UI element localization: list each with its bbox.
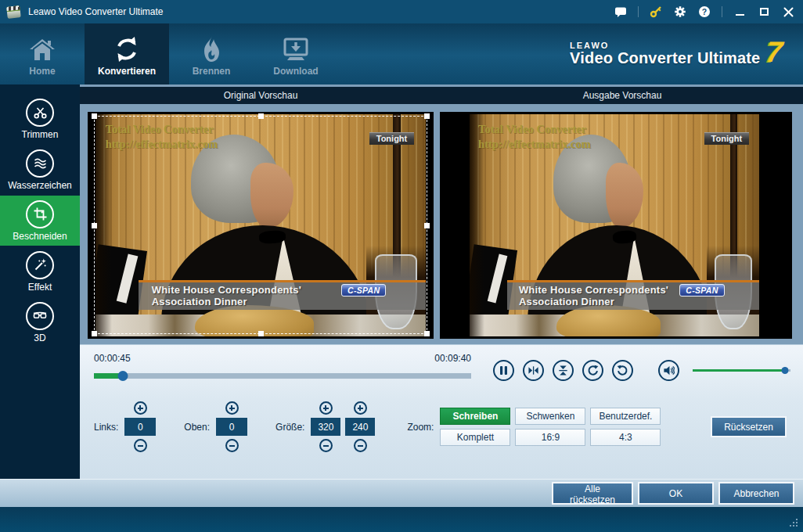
flip-vertical-icon [557, 365, 569, 376]
height-increase-button[interactable] [354, 401, 367, 415]
register-key-icon[interactable] [649, 5, 663, 19]
nav-tab-label: Home [29, 66, 55, 77]
top-decrease-button[interactable] [225, 439, 239, 452]
ok-button[interactable]: OK [638, 482, 714, 505]
volume-thumb[interactable] [781, 367, 788, 374]
version-number: 7 [765, 36, 784, 69]
progress-thumb[interactable] [118, 371, 128, 381]
preview-area: White House Correspondents' Association … [80, 104, 803, 344]
zoom-benutzerdef-button[interactable]: Benutzerdef. [590, 408, 661, 425]
brand-logo: LEAWO Video Converter Ultimate 7 [570, 23, 803, 84]
crop-handle[interactable] [424, 113, 430, 119]
crop-selection[interactable] [94, 116, 427, 334]
left-label: Links: [94, 422, 118, 433]
sidebar-item-3d[interactable]: 3D [0, 297, 80, 347]
rotate-counterclockwise-button[interactable] [612, 360, 633, 381]
zoom-16-9-button[interactable]: 16:9 [515, 429, 585, 446]
nav-tab-label: Brennen [193, 66, 231, 77]
video-scene [606, 163, 643, 227]
crop-left-group: Links: 0 [94, 401, 156, 452]
nav-tab-konvertieren[interactable]: Konvertieren [85, 23, 169, 84]
waves-icon [26, 149, 54, 178]
crop-icon [26, 200, 54, 228]
nav-tab-label: Download [273, 66, 318, 77]
cancel-button[interactable]: Abbrechen [718, 482, 794, 505]
rotate-counterclockwise-icon [617, 365, 628, 376]
crop-handle[interactable] [92, 223, 97, 228]
3d-glasses-icon [26, 302, 54, 330]
sidebar-item-label: Beschneiden [13, 231, 67, 242]
sidebar-item-beschneiden[interactable]: Beschneiden [0, 196, 80, 246]
volume-icon [663, 365, 675, 376]
reset-button[interactable]: Rücksetzen [711, 416, 787, 437]
width-value-field[interactable]: 320 [311, 418, 340, 436]
crop-handle[interactable] [258, 113, 264, 119]
crop-handle[interactable] [424, 331, 430, 336]
volume-slider[interactable] [693, 367, 790, 374]
crop-top-group: Oben: 0 [184, 401, 247, 452]
titlebar-separator [722, 6, 722, 17]
status-bar [0, 507, 803, 532]
top-value-field[interactable]: 0 [216, 418, 247, 436]
left-value-field[interactable]: 0 [124, 418, 156, 436]
original-video-panel[interactable]: White House Correspondents' Association … [88, 112, 434, 339]
crop-handle[interactable] [424, 223, 430, 228]
tonight-badge: Tonight [704, 132, 750, 145]
nav-tab-download[interactable]: Download [254, 23, 338, 84]
zoom-label: Zoom: [407, 422, 434, 433]
nav-tab-label: Konvertieren [98, 66, 156, 77]
size-label: Größe: [275, 422, 304, 433]
volume-button[interactable] [658, 360, 679, 381]
crop-handle[interactable] [92, 331, 97, 336]
pause-button[interactable] [493, 360, 514, 381]
sidebar-item-trimmen[interactable]: Trimmen [0, 94, 80, 144]
nav-tab-brennen[interactable]: Brennen [169, 23, 254, 84]
output-preview-title: Ausgabe Vorschau [441, 87, 803, 104]
flip-horizontal-button[interactable] [523, 360, 544, 381]
zoom-komplett-button[interactable]: Komplett [440, 429, 510, 446]
top-label: Oben: [184, 422, 210, 433]
pause-icon [499, 365, 509, 376]
app-window: Leawo Video Converter Ultimate ? [0, 0, 803, 532]
flame-icon [200, 32, 223, 63]
crop-handle[interactable] [258, 331, 264, 336]
maximize-icon[interactable] [757, 5, 771, 19]
rotate-clockwise-button[interactable] [582, 360, 603, 381]
settings-gear-icon[interactable] [673, 5, 687, 19]
flip-vertical-button[interactable] [553, 360, 574, 381]
zoom-schreiben-button[interactable]: Schreiben [440, 408, 510, 425]
zoom-schwenken-button[interactable]: Schwenken [515, 408, 585, 425]
volume-fill [693, 369, 785, 372]
width-increase-button[interactable] [319, 401, 333, 415]
clapperboard-app-icon [6, 5, 20, 19]
top-increase-button[interactable] [225, 401, 239, 415]
duration-time: 00:09:40 [434, 353, 471, 364]
zoom-group: Zoom: Schreiben Schwenken Benutzerdef. K… [407, 408, 661, 446]
titlebar: Leawo Video Converter Ultimate ? [0, 0, 803, 23]
video-scene [556, 305, 661, 336]
height-decrease-button[interactable] [354, 439, 367, 452]
rotate-clockwise-icon [587, 365, 599, 376]
nav-tab-home[interactable]: Home [0, 23, 85, 84]
close-icon[interactable] [781, 5, 795, 19]
feedback-bubble-icon[interactable] [614, 5, 628, 19]
seek-track[interactable] [94, 373, 471, 379]
edit-sidebar: Trimmen Wasserzeichen Beschneiden Effekt [0, 84, 80, 479]
sidebar-item-effekt[interactable]: Effekt [0, 246, 80, 297]
left-decrease-button[interactable] [134, 439, 147, 452]
window-title: Leawo Video Converter Ultimate [28, 6, 164, 17]
resize-grip[interactable] [796, 525, 798, 527]
reset-all-button[interactable]: Alle rücksetzen [552, 482, 633, 505]
width-decrease-button[interactable] [319, 439, 333, 452]
left-increase-button[interactable] [134, 401, 147, 415]
crop-handle[interactable] [92, 113, 97, 119]
zoom-4-3-button[interactable]: 4:3 [590, 429, 661, 446]
video-watermark: Total Video Converter http://effectmatri… [478, 122, 591, 152]
flip-horizontal-icon [528, 365, 539, 376]
height-value-field[interactable]: 240 [345, 418, 375, 436]
download-monitor-icon [282, 32, 310, 63]
minimize-icon[interactable] [733, 5, 747, 19]
sidebar-item-wasserzeichen[interactable]: Wasserzeichen [0, 145, 80, 195]
help-question-icon[interactable]: ? [697, 5, 711, 19]
seek-bar[interactable] [94, 371, 471, 381]
